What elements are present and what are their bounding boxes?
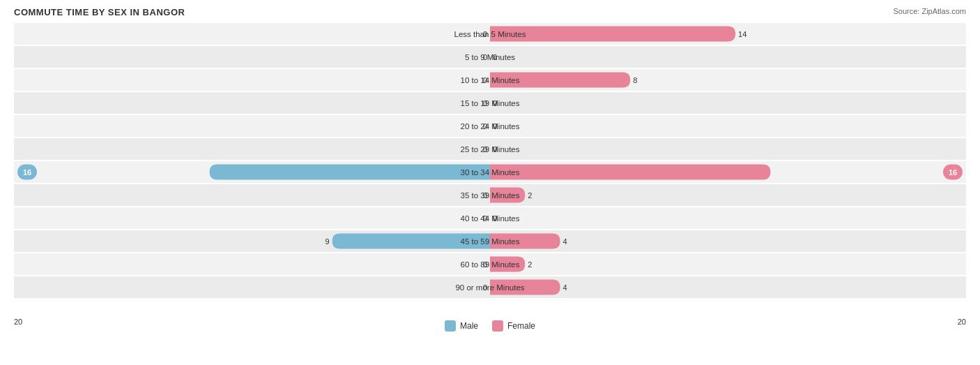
bar-chart: Less than 5 Minutes0145 to 9 Minutes0010… <box>14 22 966 308</box>
chart-area: Less than 5 Minutes0145 to 9 Minutes0010… <box>14 22 966 315</box>
legend-female-label: Female <box>507 321 535 331</box>
chart-title: COMMUTE TIME BY SEX IN BANGOR <box>14 7 966 17</box>
svg-text:0: 0 <box>493 122 497 131</box>
svg-text:4: 4 <box>563 237 567 246</box>
svg-text:0: 0 <box>483 122 487 131</box>
svg-text:0: 0 <box>493 53 497 61</box>
svg-text:14: 14 <box>738 30 747 38</box>
svg-text:0: 0 <box>493 99 497 107</box>
svg-text:0: 0 <box>483 99 487 107</box>
chart-legend: Male Female <box>445 320 535 332</box>
svg-text:10 to 14 Minutes: 10 to 14 Minutes <box>460 76 519 84</box>
svg-text:0: 0 <box>483 76 487 84</box>
chart-container: COMMUTE TIME BY SEX IN BANGOR Source: Zi… <box>0 0 980 365</box>
svg-text:0: 0 <box>483 145 487 154</box>
svg-text:0: 0 <box>483 283 487 292</box>
svg-text:5 to 9 Minutes: 5 to 9 Minutes <box>465 53 515 61</box>
svg-text:16: 16 <box>949 168 957 177</box>
source-label: Source: ZipAtlas.com <box>893 7 966 15</box>
svg-text:2: 2 <box>528 191 532 200</box>
svg-text:0: 0 <box>493 214 497 223</box>
axis-left-value: 20 <box>14 318 22 332</box>
legend-male: Male <box>445 320 478 332</box>
legend-male-label: Male <box>460 321 478 331</box>
axis-right-value: 20 <box>958 318 966 332</box>
svg-text:4: 4 <box>563 283 567 292</box>
svg-text:0: 0 <box>483 53 487 61</box>
svg-text:45 to 59 Minutes: 45 to 59 Minutes <box>460 237 519 246</box>
svg-text:0: 0 <box>483 191 487 200</box>
svg-text:15 to 19 Minutes: 15 to 19 Minutes <box>460 99 519 107</box>
legend-female-color <box>492 320 503 332</box>
svg-text:0: 0 <box>493 145 497 154</box>
svg-text:2: 2 <box>528 260 532 269</box>
axis-bottom: 20 Male Female 20 <box>14 318 966 332</box>
svg-text:90 or more Minutes: 90 or more Minutes <box>455 283 524 292</box>
svg-text:9: 9 <box>326 237 330 246</box>
svg-text:35 to 39 Minutes: 35 to 39 Minutes <box>460 191 519 200</box>
svg-text:0: 0 <box>483 30 487 38</box>
svg-text:30 to 34 Minutes: 30 to 34 Minutes <box>460 168 519 177</box>
svg-text:0: 0 <box>483 260 487 269</box>
svg-text:0: 0 <box>483 214 487 223</box>
legend-female: Female <box>492 320 535 332</box>
svg-text:40 to 44 Minutes: 40 to 44 Minutes <box>460 214 519 223</box>
svg-text:25 to 29 Minutes: 25 to 29 Minutes <box>460 145 519 154</box>
legend-male-color <box>445 320 456 332</box>
svg-text:16: 16 <box>23 168 31 177</box>
svg-text:60 to 89 Minutes: 60 to 89 Minutes <box>460 260 519 269</box>
svg-text:Less than 5 Minutes: Less than 5 Minutes <box>454 30 526 38</box>
svg-text:20 to 24 Minutes: 20 to 24 Minutes <box>460 122 519 131</box>
svg-text:8: 8 <box>633 76 637 84</box>
